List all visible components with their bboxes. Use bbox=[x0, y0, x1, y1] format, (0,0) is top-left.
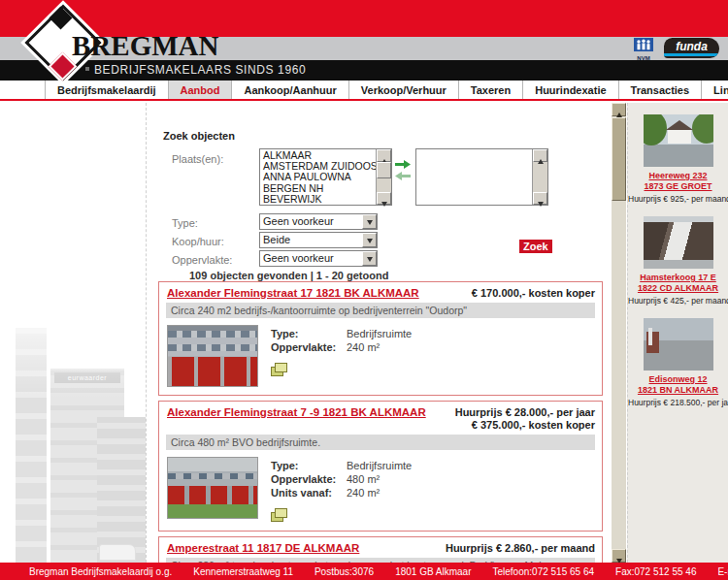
move-right-icon[interactable] bbox=[395, 160, 411, 169]
chevron-down-icon[interactable] bbox=[362, 214, 377, 229]
nav-tab-transacties[interactable]: Transacties bbox=[619, 81, 703, 99]
koophuur-select[interactable]: Beide bbox=[259, 232, 378, 248]
scroll-up-icon[interactable] bbox=[612, 103, 626, 116]
oppervlakte-label: Oppervlakte: bbox=[172, 254, 232, 266]
plaats-option[interactable]: ANNA PAULOWNA bbox=[260, 172, 376, 182]
footer-city: 1801 GB Alkmaar bbox=[395, 566, 471, 577]
brand-tagline: BEDRIJFSMAKELAARS SINDS 1960 bbox=[94, 63, 306, 77]
brand-title: BREGMAN bbox=[72, 32, 218, 59]
listing-results: Alexander Flemingstraat 17 1821 BK ALKMA… bbox=[158, 281, 603, 563]
featured-link[interactable]: Edisonweg 12 1821 BN ALKMAAR bbox=[628, 374, 728, 396]
featured-photo[interactable] bbox=[644, 114, 713, 167]
nav-tab-links[interactable]: Links bbox=[702, 81, 728, 99]
scrollbar-thumb[interactable] bbox=[377, 162, 391, 178]
move-left-icon[interactable] bbox=[395, 172, 411, 180]
main-nav: Bedrijfsmakelaardij Aanbod Aankoop/Aanhu… bbox=[0, 81, 728, 101]
listing-price: € 170.000,- kosten koper bbox=[472, 287, 595, 300]
nav-tab-bedrijfsmakelaardij[interactable]: Bedrijfsmakelaardij bbox=[45, 81, 169, 99]
listing-photo[interactable] bbox=[167, 457, 258, 519]
footer-email: E-mail:bog@bregman.nl bbox=[717, 566, 728, 577]
footer-company: Bregman Bedrijfsmakelaardij o.g. bbox=[29, 566, 172, 577]
nvm-label: NVM bbox=[633, 55, 654, 61]
scrollbar-thumb[interactable] bbox=[612, 117, 626, 201]
scroll-down-icon[interactable] bbox=[377, 192, 391, 205]
nvm-logo[interactable]: NVM bbox=[633, 38, 654, 59]
page: BREGMAN BEDRIJFSMAKELAARS SINDS 1960 NVM… bbox=[0, 0, 728, 580]
koophuur-label: Koop/huur: bbox=[172, 236, 224, 247]
nav-tab-huurindexatie[interactable]: Huurindexatie bbox=[523, 81, 618, 99]
chevron-down-icon[interactable] bbox=[362, 251, 377, 266]
footer-fax: Fax:072 512 55 46 bbox=[615, 566, 696, 577]
listing-title-link[interactable]: Alexander Flemingstraat 17 1821 BK ALKMA… bbox=[167, 287, 419, 299]
featured-link[interactable]: Hamsterkoog 17 E 1822 CD ALKMAAR bbox=[628, 273, 728, 294]
funda-label: funda bbox=[676, 40, 708, 53]
tagline-bullet bbox=[85, 67, 89, 71]
zoek-button[interactable]: Zoek bbox=[519, 240, 552, 253]
oppervlakte-value: Geen voorkeur bbox=[263, 252, 334, 264]
funda-blue-bar bbox=[664, 53, 719, 56]
nvm-icon bbox=[634, 38, 653, 51]
content-scrollbar[interactable] bbox=[612, 103, 626, 563]
listing-price: Huurprijs € 28.000,- per jaar € 375.000,… bbox=[455, 406, 595, 432]
scroll-down-icon[interactable] bbox=[612, 549, 626, 563]
featured-listing: Heereweg 232 1873 GE GROET Huurprijs € 9… bbox=[628, 114, 728, 204]
nav-tab-aanbod[interactable]: Aanbod bbox=[169, 81, 233, 99]
footer: Bregman Bedrijfsmakelaardij o.g. Kenneme… bbox=[0, 563, 728, 580]
selected-plaats-listbox[interactable] bbox=[415, 148, 548, 206]
featured-listing: Edisonweg 12 1821 BN ALKMAAR Huurprijs €… bbox=[628, 318, 728, 407]
listing-description: Circa 480 m² BVO bedrijfsruimte. bbox=[166, 435, 595, 450]
listing-photo[interactable] bbox=[167, 325, 258, 387]
search-title: Zoek objecten bbox=[163, 130, 235, 142]
building-tower bbox=[97, 417, 146, 563]
main-area: eurwaarder Zoek objecten Plaats(en): ALK… bbox=[0, 103, 728, 563]
chevron-down-icon[interactable] bbox=[362, 233, 377, 247]
featured-price: Huurprijs € 925,- per maand bbox=[628, 194, 728, 204]
left-panel: eurwaarder bbox=[0, 103, 147, 563]
featured-photo[interactable] bbox=[644, 318, 713, 371]
results-summary: 109 objecten gevonden | 1 - 20 getoond bbox=[189, 270, 388, 281]
footer-address: Kennemerstraatweg 11 bbox=[193, 566, 293, 577]
listing-card: Alexander Flemingstraat 7 -9 1821 BK ALK… bbox=[158, 401, 603, 532]
plaats-listbox[interactable]: ALKMAAR AMSTERDAM ZUIDOOST ANNA PAULOWNA… bbox=[259, 148, 392, 206]
funda-logo[interactable]: funda bbox=[664, 38, 719, 58]
type-select[interactable]: Geen voorkeur bbox=[259, 213, 378, 230]
featured-price: Huurprijs € 425,- per maand bbox=[628, 296, 728, 306]
nav-tab-verkoop-verhuur[interactable]: Verkoop/Verhuur bbox=[349, 81, 459, 99]
listing-card: Alexander Flemingstraat 17 1821 BK ALKMA… bbox=[158, 281, 603, 396]
footer-phone: Telefoon:072 515 65 64 bbox=[493, 566, 595, 577]
scroll-down-icon[interactable] bbox=[533, 192, 547, 205]
listing-title-link[interactable]: Amperestraat 11 1817 DE ALKMAAR bbox=[167, 542, 359, 554]
plaats-label: Plaats(en): bbox=[172, 153, 223, 165]
footer-postbus: Postbus:3076 bbox=[314, 566, 374, 577]
scroll-up-icon[interactable] bbox=[533, 149, 547, 162]
featured-photo[interactable] bbox=[644, 216, 713, 269]
scroll-up-icon[interactable] bbox=[377, 149, 391, 162]
building-photo: eurwaarder bbox=[0, 291, 146, 563]
nav-tab-taxeren[interactable]: Taxeren bbox=[459, 81, 523, 99]
photo-fade bbox=[0, 291, 146, 398]
listing-details: Type:Bedrijfsruimte Oppervlakte:240 m² bbox=[271, 325, 412, 387]
nav-tab-aankoop-aanhuur[interactable]: Aankoop/Aanhuur bbox=[232, 81, 348, 99]
featured-listing: Hamsterkoog 17 E 1822 CD ALKMAAR Huurpri… bbox=[628, 216, 728, 306]
type-value: Geen voorkeur bbox=[263, 215, 334, 227]
listing-details: Type:Bedrijfsruimte Oppervlakte:480 m² U… bbox=[271, 457, 412, 523]
listing-description: Circa 240 m2 bedrijfs-/kantoorruimte op … bbox=[166, 303, 595, 318]
print-icon[interactable] bbox=[271, 508, 288, 523]
koophuur-value: Beide bbox=[263, 234, 290, 245]
listbox-scrollbar[interactable] bbox=[376, 149, 391, 205]
content: Zoek objecten Plaats(en): ALKMAAR AMSTER… bbox=[147, 103, 612, 563]
van-shape bbox=[99, 544, 136, 561]
plaats-options: ALKMAAR AMSTERDAM ZUIDOOST ANNA PAULOWNA… bbox=[260, 150, 376, 205]
listing-price: Huurprijs € 2.860,- per maand bbox=[446, 542, 595, 555]
listing-title-link[interactable]: Alexander Flemingstraat 7 -9 1821 BK ALK… bbox=[167, 406, 426, 418]
type-label: Type: bbox=[172, 217, 198, 229]
listbox-scrollbar[interactable] bbox=[532, 149, 547, 205]
featured-price: Huurprijs € 218.500,- per jaar bbox=[628, 398, 728, 407]
transfer-arrows bbox=[395, 157, 413, 183]
oppervlakte-select[interactable]: Geen voorkeur bbox=[259, 250, 378, 267]
listing-card: Amperestraat 11 1817 DE ALKMAAR Huurprij… bbox=[158, 536, 603, 563]
plaats-option[interactable]: BEVERWIJK bbox=[260, 194, 376, 205]
featured-link[interactable]: Heereweg 232 1873 GE GROET bbox=[628, 171, 728, 192]
featured-sidebar: Heereweg 232 1873 GE GROET Huurprijs € 9… bbox=[627, 103, 728, 563]
print-icon[interactable] bbox=[271, 363, 288, 377]
